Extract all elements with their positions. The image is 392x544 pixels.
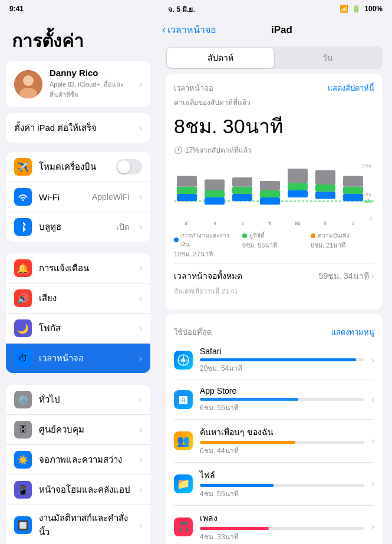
back-label: เวลาหน้าจอ bbox=[167, 22, 216, 37]
app-row-appstore[interactable]: 🅰 App Store 6ชม. 55นาที › bbox=[174, 380, 374, 420]
settings-row-multitask[interactable]: 🔲 งานมัลติทาสก์และคำสั่งนิ้ว › bbox=[6, 505, 150, 544]
settings-row-display[interactable]: ☀️ จอภาพและความสว่าง › bbox=[6, 445, 150, 475]
back-button[interactable]: ‹ เวลาหน้าจอ bbox=[162, 22, 216, 37]
cat-entertainment: ความบันเทิง 6ชม. 21นาที bbox=[311, 231, 374, 259]
settings-group-general: ⚙️ ทั่วไป › 🎛 ศูนย์ควบคุม › ☀️ จอภาพและค… bbox=[6, 385, 150, 544]
big-time-display: 8ชม. 30นาที bbox=[174, 110, 374, 142]
work-cat-label: การทำงานและการเงิน bbox=[181, 231, 238, 249]
settings-row-bluetooth[interactable]: บลูทูธ เปิด › bbox=[6, 212, 150, 242]
segment-week[interactable]: สัปดาห์ bbox=[167, 48, 274, 68]
notifications-icon: 🔔 bbox=[14, 259, 32, 277]
settings-row-focus[interactable]: 🌙 โฟกัส › bbox=[6, 314, 150, 344]
setup-row[interactable]: ตั้งค่า iPad ต่อให้เสร็จ › bbox=[14, 113, 142, 143]
svg-rect-4 bbox=[177, 194, 197, 201]
settings-row-airplane[interactable]: ✈️ โหมดเครื่องบิน bbox=[6, 152, 150, 182]
settings-group-notifications: 🔔 การแจ้งเตือน › 🔊 เสียง › 🌙 โฟกัส › ⏱ เ… bbox=[6, 253, 150, 373]
settings-row-wifi[interactable]: Wi-Fi AppleWiFi › bbox=[6, 182, 150, 212]
app-row-files[interactable]: 📁 ไฟล์ 4ชม. 55นาที › bbox=[174, 463, 374, 506]
settings-title: การตั้งค่า bbox=[0, 18, 156, 61]
setup-label: ตั้งค่า iPad ต่อให้เสร็จ bbox=[14, 121, 97, 135]
airplane-icon: ✈️ bbox=[14, 158, 32, 176]
screentime-icon: ⏱ bbox=[14, 350, 32, 367]
total-value: 59ชม. 34นาที bbox=[319, 269, 369, 282]
card-header: เวลาหน้าจอ แสดงสัปดาห์นี้ bbox=[174, 82, 374, 94]
work-dot bbox=[174, 238, 179, 242]
wifi-chevron: › bbox=[139, 192, 142, 202]
svg-text:พฤ: พฤ bbox=[295, 220, 301, 226]
screentime-card: เวลาหน้าจอ แสดงสัปดาห์นี้ ค่าเฉลี่ยของสั… bbox=[166, 74, 383, 309]
focus-icon: 🌙 bbox=[14, 319, 32, 337]
screentime-chevron: › bbox=[139, 353, 142, 364]
appstore-chevron: › bbox=[371, 394, 374, 405]
settings-row-screentime[interactable]: ⏱ เวลาหน้าจอ › bbox=[6, 344, 150, 373]
apps-header-row: ใช้บ่อยที่สุด แสดงทวมหนู bbox=[174, 322, 374, 341]
profile-sub: Apple ID, iCloud+, สื่อและ สิ้นค้าที่ซื้… bbox=[50, 79, 132, 100]
svg-rect-8 bbox=[205, 190, 225, 197]
entertainment-cat-label: ความบันเทิง bbox=[318, 231, 350, 240]
focus-chevron: › bbox=[139, 323, 142, 334]
svg-rect-12 bbox=[232, 177, 252, 187]
app-row-safari[interactable]: Safari 20ชม. 54นาที › bbox=[174, 341, 374, 380]
settings-row-homescreen[interactable]: 📱 หน้าจอโฮมและคลังแอป › bbox=[6, 475, 150, 505]
safari-chevron: › bbox=[371, 355, 374, 365]
profile-section[interactable]: Danny Rico Apple ID, iCloud+, สื่อและ สิ… bbox=[6, 61, 150, 107]
avatar bbox=[14, 70, 42, 98]
svg-rect-9 bbox=[205, 180, 225, 190]
status-bar: 9:41 จ. 5 มิ.ย. 📶 🔋 100% bbox=[0, 0, 392, 18]
svg-rect-18 bbox=[288, 169, 308, 183]
bar-chart: อา จ อ พ พฤ ศ ส 12ชม. 6ชม. เฉลี่ย 0 bbox=[174, 161, 374, 226]
svg-rect-16 bbox=[288, 190, 308, 197]
sounds-label: เสียง bbox=[39, 291, 132, 305]
safari-info: Safari 20ชม. 54นาที bbox=[200, 347, 364, 374]
right-header: ‹ เวลาหน้าจอ iPad bbox=[156, 18, 392, 42]
right-panel-title: iPad bbox=[271, 24, 292, 36]
app-row-music[interactable]: 🎵 เพลง 4ชม. 33นาที › bbox=[174, 506, 374, 544]
svg-text:12ชม.: 12ชม. bbox=[361, 163, 372, 169]
svg-text:🅰: 🅰 bbox=[179, 395, 187, 405]
apps-card: ใช้บ่อยที่สุด แสดงทวมหนู Safari 20ชม. 54… bbox=[166, 314, 383, 544]
setup-section: ตั้งค่า iPad ต่อให้เสร็จ › bbox=[6, 113, 150, 143]
music-info: เพลง 4ชม. 33นาที bbox=[200, 512, 364, 542]
svg-text:อา: อา bbox=[185, 220, 190, 226]
svg-rect-19 bbox=[315, 192, 335, 199]
sounds-icon: 🔊 bbox=[14, 289, 32, 307]
general-icon: ⚙️ bbox=[14, 391, 32, 408]
wifi-icon: 📶 bbox=[340, 5, 348, 13]
general-label: ทั่วไป bbox=[39, 393, 132, 407]
music-chevron: › bbox=[371, 522, 374, 532]
profile-info: Danny Rico Apple ID, iCloud+, สื่อและ สิ… bbox=[50, 68, 132, 100]
notifications-label: การแจ้งเตือน bbox=[39, 261, 132, 275]
wifi-label: Wi-Fi bbox=[39, 192, 85, 202]
setup-chevron: › bbox=[139, 123, 142, 133]
findmy-app-icon: 👥 bbox=[174, 431, 193, 450]
airplane-toggle[interactable] bbox=[116, 159, 142, 174]
files-name: ไฟล์ bbox=[200, 469, 364, 482]
settings-row-notifications[interactable]: 🔔 การแจ้งเตือน › bbox=[6, 253, 150, 283]
show-week-link[interactable]: แสดงสัปดาห์นี้ bbox=[328, 82, 374, 94]
safari-name: Safari bbox=[200, 347, 364, 356]
safari-app-icon bbox=[174, 351, 193, 370]
svg-rect-15 bbox=[260, 181, 280, 190]
settings-row-general[interactable]: ⚙️ ทั่วไป › bbox=[6, 385, 150, 415]
svg-text:เฉลี่ย: เฉลี่ย bbox=[363, 197, 372, 204]
settings-group-connectivity: ✈️ โหมดเครื่องบิน Wi-Fi AppleWiFi › บลูท… bbox=[6, 152, 150, 242]
files-time: 4ชม. 55นาที bbox=[200, 488, 364, 499]
app-row-findmy[interactable]: 👥 ค้นหาเพื่อนๆ ของฉัน 6ชม. 44นาที › bbox=[174, 420, 374, 463]
apps-header-label: ใช้บ่อยที่สุด bbox=[174, 326, 212, 338]
music-name: เพลง bbox=[200, 512, 364, 525]
display-label: จอภาพและความสว่าง bbox=[39, 453, 132, 467]
svg-rect-24 bbox=[343, 176, 363, 186]
show-all-link[interactable]: แสดงทวมหนู bbox=[331, 326, 374, 338]
status-time: 9:41 bbox=[9, 5, 24, 13]
bluetooth-icon bbox=[14, 218, 32, 236]
homescreen-icon: 📱 bbox=[14, 481, 32, 499]
svg-rect-21 bbox=[315, 170, 335, 184]
settings-row-control[interactable]: 🎛 ศูนย์ควบคุม › bbox=[6, 415, 150, 445]
battery-icon: 🔋 bbox=[352, 5, 361, 13]
utility-cat-label: ยูทิลิตี้ bbox=[249, 231, 265, 240]
entertainment-cat-time: 6ชม. 21นาที bbox=[311, 240, 374, 250]
settings-row-sounds[interactable]: 🔊 เสียง › bbox=[6, 283, 150, 314]
segment-day[interactable]: วัน bbox=[274, 48, 381, 68]
category-row: การทำงานและการเงิน 10ชม. 27นาที ยูทิลิตี… bbox=[174, 231, 374, 259]
below-time-text: 17%จากสัปดาห์ที่แล้ว bbox=[185, 144, 252, 156]
